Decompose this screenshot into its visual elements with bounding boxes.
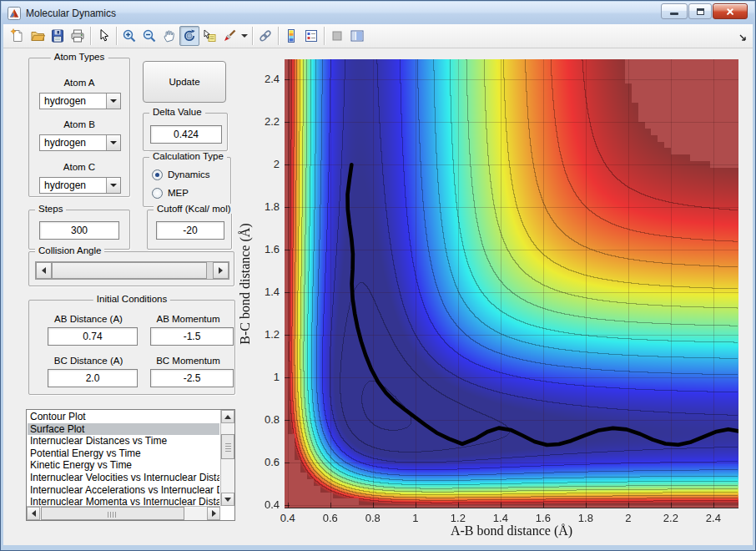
atom-b-value: hydrogen xyxy=(44,137,86,149)
y-tick-label: 2 xyxy=(251,158,280,170)
slider-right-arrow[interactable] xyxy=(213,262,229,279)
close-button[interactable] xyxy=(713,3,748,19)
restore-button[interactable] xyxy=(688,3,712,19)
toolbar xyxy=(3,24,753,48)
atom-c-dropdown[interactable]: hydrogen xyxy=(39,177,121,194)
pes-surface-canvas[interactable] xyxy=(285,59,738,508)
bc-distance-field[interactable] xyxy=(48,369,138,387)
radio-icon[interactable] xyxy=(152,188,163,199)
group-title: Calculation Type xyxy=(149,151,227,161)
matlab-app-icon xyxy=(8,7,21,20)
calculation-type-group: Calculation Type Dynamics MEP xyxy=(143,157,231,207)
x-tick-label: 2 xyxy=(613,512,643,524)
print-figure-icon[interactable] xyxy=(68,26,88,46)
show-plot-tools-icon[interactable] xyxy=(347,26,367,46)
list-item[interactable]: Surface Plot xyxy=(28,423,219,436)
rotate-3d-icon[interactable] xyxy=(179,26,199,46)
new-figure-icon[interactable] xyxy=(8,26,28,46)
data-cursor-icon[interactable] xyxy=(199,26,219,46)
radio-mep[interactable]: MEP xyxy=(152,186,189,200)
list-item[interactable]: Internuclear Distances vs Time xyxy=(28,435,219,447)
list-item[interactable]: Internuclear Accelerations vs Internucle… xyxy=(28,484,219,497)
collision-angle-slider[interactable] xyxy=(35,261,229,280)
pointer-icon[interactable] xyxy=(93,26,113,46)
horizontal-scrollbar[interactable] xyxy=(27,506,220,520)
atom-a-dropdown[interactable]: hydrogen xyxy=(39,93,121,109)
listbox-items: Contour Plot Surface Plot Internuclear D… xyxy=(28,411,219,505)
list-item[interactable]: Potential Energy vs Time xyxy=(28,447,219,460)
save-figure-icon[interactable] xyxy=(48,26,68,46)
right-arrow-icon xyxy=(219,267,223,274)
potential-energy-surface-plot: 0.40.60.811.21.41.61.822.22.4 0.40.60.81… xyxy=(285,59,738,508)
dropdown-arrow-icon[interactable] xyxy=(106,178,120,193)
initial-conditions-group: Initial Conditions AB Distance (A) AB Mo… xyxy=(28,300,235,395)
toolbar-separator xyxy=(252,27,253,45)
toolbar-overflow-icon[interactable] xyxy=(738,31,748,46)
brush-dropdown-icon[interactable] xyxy=(241,34,248,38)
zoom-in-icon[interactable] xyxy=(119,26,139,46)
title-bar[interactable]: Molecular Dynamics xyxy=(2,2,754,24)
insert-legend-icon[interactable] xyxy=(301,26,321,46)
scroll-left-button[interactable] xyxy=(27,507,40,520)
y-tick-label: 1.2 xyxy=(251,328,280,341)
open-file-icon[interactable] xyxy=(28,26,48,46)
radio-dynamics[interactable]: Dynamics xyxy=(152,168,209,181)
steps-field[interactable] xyxy=(39,221,119,240)
cutoff-field[interactable] xyxy=(156,221,224,240)
list-item[interactable]: Contour Plot xyxy=(28,411,219,423)
insert-colorbar-icon[interactable] xyxy=(281,26,301,46)
scroll-right-button[interactable] xyxy=(207,507,220,520)
atom-b-dropdown[interactable]: hydrogen xyxy=(39,134,121,151)
y-tick-label: 2.4 xyxy=(251,73,280,85)
ab-distance-field[interactable] xyxy=(48,327,138,346)
right-arrow-icon xyxy=(212,510,216,517)
zoom-out-icon[interactable] xyxy=(139,26,159,46)
toolbar-separator xyxy=(90,27,91,45)
update-button[interactable]: Update xyxy=(143,61,226,103)
plot-type-listbox[interactable]: Contour Plot Surface Plot Internuclear D… xyxy=(26,409,235,521)
hide-plot-tools-icon[interactable] xyxy=(327,26,347,46)
window-controls xyxy=(661,3,748,19)
collision-angle-group: Collision Angle xyxy=(28,251,234,286)
x-axis-label: A-B bond distance (Å) xyxy=(285,523,738,538)
ab-momentum-field[interactable] xyxy=(150,327,234,346)
slider-thumb[interactable] xyxy=(52,262,207,279)
y-tick-label: 0.8 xyxy=(251,413,280,426)
list-item[interactable]: Internuclear Momenta vs Internuclear Dis… xyxy=(28,496,219,505)
group-title: Initial Conditions xyxy=(93,294,170,304)
scroll-up-button[interactable] xyxy=(221,410,234,423)
minimize-button[interactable] xyxy=(661,3,688,19)
dropdown-arrow-icon[interactable] xyxy=(106,135,120,150)
x-tick-label: 1 xyxy=(401,512,431,524)
atom-types-group: Atom Types Atom A hydrogen Atom B hydrog… xyxy=(28,58,130,197)
vertical-scroll-thumb[interactable] xyxy=(221,434,234,459)
x-tick-label: 0.4 xyxy=(273,512,303,524)
radio-icon[interactable] xyxy=(152,169,163,180)
list-item[interactable]: Internuclear Velocities vs Internuclear … xyxy=(28,472,219,484)
brush-icon[interactable] xyxy=(219,26,239,46)
x-tick-label: 1.8 xyxy=(571,512,601,524)
ab-momentum-label: AB Momentum xyxy=(144,314,232,324)
delta-value-field[interactable] xyxy=(150,125,222,144)
vertical-scrollbar[interactable] xyxy=(220,410,234,506)
y-tick-label: 0.6 xyxy=(251,456,280,468)
pan-icon[interactable] xyxy=(159,26,179,46)
slider-left-arrow[interactable] xyxy=(36,262,52,279)
bc-momentum-field[interactable] xyxy=(150,369,234,387)
list-item[interactable]: Kinetic Energy vs Time xyxy=(28,459,219,472)
y-tick-label: 2.2 xyxy=(251,115,280,128)
delta-value-group: Delta Value xyxy=(143,113,228,151)
x-tick-label: 1.4 xyxy=(486,512,516,524)
dropdown-arrow-icon[interactable] xyxy=(106,94,120,109)
ab-distance-label: AB Distance (A) xyxy=(39,314,138,324)
atom-a-value: hydrogen xyxy=(44,95,86,107)
scroll-down-button[interactable] xyxy=(221,493,234,506)
link-plots-icon[interactable] xyxy=(255,26,275,46)
x-tick-label: 2.2 xyxy=(656,512,686,524)
restore-icon xyxy=(697,8,704,15)
radio-label: Dynamics xyxy=(168,169,209,179)
y-tick-label: 0.4 xyxy=(251,498,280,511)
y-tick-label: 1.6 xyxy=(251,243,280,255)
atom-c-value: hydrogen xyxy=(44,179,86,191)
horizontal-scroll-thumb[interactable] xyxy=(41,507,184,520)
